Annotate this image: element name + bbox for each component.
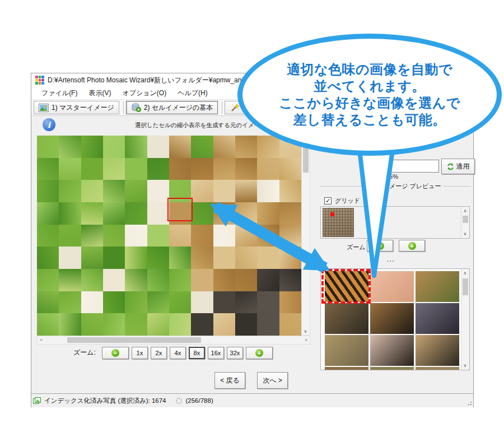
mosaic-cell[interactable] — [103, 269, 125, 291]
mosaic-cell[interactable] — [81, 158, 103, 180]
zoom-level-1x[interactable]: 1x — [132, 347, 148, 359]
mosaic-cell[interactable] — [147, 291, 169, 314]
mosaic-cell[interactable] — [169, 225, 191, 247]
tab-master-image[interactable]: 1) マスターイメージ — [34, 101, 119, 114]
mosaic-cell[interactable] — [191, 202, 213, 225]
mosaic-cell[interactable] — [235, 180, 257, 202]
scale-input[interactable] — [369, 160, 439, 173]
mosaic-cell[interactable] — [147, 136, 169, 158]
zoom-level-4x[interactable]: 4x — [170, 347, 186, 359]
mosaic-cell[interactable] — [235, 269, 257, 291]
mosaic-cell[interactable] — [81, 269, 103, 291]
mosaic-cell[interactable] — [191, 158, 213, 180]
scrollbar-thumb[interactable] — [463, 278, 468, 295]
mosaic-cell[interactable] — [213, 202, 235, 225]
mosaic-cell[interactable] — [257, 313, 279, 336]
mosaic-cell[interactable] — [235, 136, 257, 158]
mosaic-cell[interactable] — [279, 291, 301, 314]
mosaic-cell[interactable] — [103, 202, 125, 225]
mosaic-cell[interactable] — [279, 225, 301, 247]
mosaic-cell[interactable] — [169, 269, 191, 291]
mosaic-cell[interactable] — [169, 158, 191, 180]
mosaic-cell[interactable] — [169, 313, 191, 336]
zoom-level-2x[interactable]: 2x — [151, 347, 167, 359]
scrollbar-thumb[interactable] — [463, 216, 468, 223]
mosaic-cell[interactable] — [81, 313, 103, 336]
mosaic-cell[interactable] — [213, 136, 235, 158]
mosaic-cell[interactable] — [125, 269, 147, 291]
mosaic-cell[interactable] — [257, 180, 279, 202]
panel-zoom-in-button[interactable]: + — [399, 240, 425, 252]
cell-image-thumbnail-partial[interactable] — [325, 367, 368, 370]
mosaic-cell[interactable] — [125, 158, 147, 180]
zoom-level-32x[interactable]: 32x — [227, 347, 243, 359]
tab-cell-images-basic[interactable]: 2) セルイメージの基本 — [126, 101, 218, 114]
mosaic-cell[interactable] — [59, 225, 81, 247]
mosaic-cell[interactable] — [59, 313, 81, 336]
mosaic-cell[interactable] — [81, 291, 103, 314]
zoom-level-8x[interactable]: 8x — [189, 347, 205, 359]
mosaic-cell[interactable] — [125, 202, 147, 225]
mosaic-cell[interactable] — [125, 291, 147, 314]
mosaic-cell[interactable] — [257, 136, 279, 158]
cell-image-thumbnail[interactable] — [325, 335, 368, 366]
mosaic-cell[interactable] — [191, 136, 213, 158]
mosaic-cell[interactable] — [213, 313, 235, 336]
mosaic-cell[interactable] — [59, 158, 81, 180]
mosaic-cell[interactable] — [37, 313, 59, 336]
mosaic-cell[interactable] — [147, 313, 169, 336]
mosaic-cell[interactable] — [191, 180, 213, 202]
mosaic-cell[interactable] — [37, 247, 59, 269]
apply-button[interactable]: 適用 — [441, 159, 475, 174]
scroll-up-icon[interactable]: ∧ — [461, 207, 469, 215]
mosaic-cell[interactable] — [147, 202, 169, 225]
scroll-down-icon[interactable]: ∨ — [302, 328, 309, 335]
mosaic-cell[interactable] — [59, 269, 81, 291]
mosaic-cell[interactable] — [59, 180, 81, 202]
mosaic-canvas[interactable] — [37, 136, 301, 336]
mosaic-cell[interactable] — [125, 180, 147, 202]
mosaic-cell[interactable] — [147, 180, 169, 202]
mosaic-cell[interactable] — [213, 247, 235, 269]
mosaic-cell[interactable] — [103, 247, 125, 269]
mosaic-cell[interactable] — [213, 180, 235, 202]
mosaic-cell[interactable] — [147, 225, 169, 247]
mosaic-cell[interactable] — [191, 313, 213, 336]
mosaic-cell[interactable] — [103, 225, 125, 247]
mosaic-cell[interactable] — [37, 180, 59, 202]
mosaic-cell[interactable] — [103, 158, 125, 180]
mosaic-cell[interactable] — [191, 291, 213, 314]
panel-zoom-out-button[interactable]: − — [367, 240, 393, 252]
grid-checkbox[interactable]: ✓ — [324, 197, 332, 204]
zoom-out-button[interactable]: − — [102, 347, 129, 359]
mosaic-cell[interactable] — [81, 136, 103, 158]
mosaic-cell[interactable] — [81, 225, 103, 247]
list-scrollbar[interactable]: ∧ ∨ — [461, 269, 469, 370]
mosaic-cell[interactable] — [37, 158, 59, 180]
mosaic-cell[interactable] — [81, 247, 103, 269]
cell-image-thumbnail[interactable] — [416, 303, 459, 334]
mosaic-cell[interactable] — [257, 247, 279, 269]
cell-image-thumbnail[interactable] — [370, 335, 414, 366]
mosaic-cell[interactable] — [147, 269, 169, 291]
mosaic-cell[interactable] — [125, 313, 147, 336]
cell-image-thumbnail[interactable] — [370, 303, 414, 334]
mosaic-cell[interactable] — [213, 291, 235, 314]
mosaic-cell[interactable] — [59, 136, 81, 158]
mosaic-cell[interactable] — [81, 202, 103, 225]
mosaic-cell[interactable] — [235, 291, 257, 314]
mosaic-cell[interactable] — [191, 225, 213, 247]
cell-image-thumbnail-partial[interactable] — [416, 367, 459, 370]
back-button[interactable]: < 戻る — [214, 372, 245, 389]
mosaic-cell[interactable] — [257, 158, 279, 180]
mosaic-cell[interactable] — [103, 180, 125, 202]
mosaic-cell[interactable] — [235, 225, 257, 247]
scroll-up-icon[interactable]: ∧ — [461, 269, 469, 277]
mosaic-cell[interactable] — [235, 158, 257, 180]
mosaic-cell[interactable] — [169, 291, 191, 314]
preview-scrollbar[interactable]: ∧ ∨ — [461, 207, 469, 238]
mosaic-cell[interactable] — [147, 158, 169, 180]
mosaic-cell[interactable] — [59, 202, 81, 225]
mosaic-cell[interactable] — [279, 158, 301, 180]
mosaic-cell[interactable] — [279, 202, 301, 225]
